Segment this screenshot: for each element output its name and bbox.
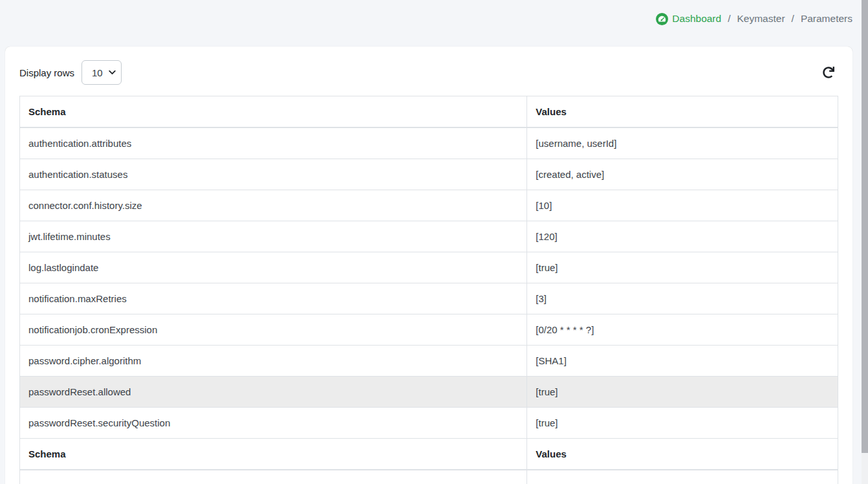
table-row[interactable]: passwordReset.allowed[true]: [20, 377, 838, 408]
schema-cell: password.cipher.algorithm: [20, 346, 527, 377]
table-row[interactable]: notification.maxRetries[3]: [20, 283, 838, 314]
breadcrumb-label-dashboard: Dashboard: [672, 13, 721, 25]
table-row[interactable]: authentication.attributes[username, user…: [20, 127, 838, 159]
scrollbar-thumb[interactable]: [862, 0, 868, 453]
filler-cell: [527, 470, 838, 484]
values-cell: [10]: [527, 190, 838, 221]
table-header-row: Schema Values: [20, 96, 838, 128]
schema-cell: authentication.statuses: [20, 159, 527, 190]
schema-cell: jwt.lifetime.minutes: [20, 221, 527, 252]
breadcrumb-item-dashboard[interactable]: Dashboard: [656, 13, 721, 25]
table-row[interactable]: log.lastlogindate[true]: [20, 252, 838, 283]
table-filler-row: [20, 470, 838, 484]
table-row[interactable]: password.cipher.algorithm[SHA1]: [20, 346, 838, 377]
breadcrumb: Dashboard / Keymaster / Parameters: [656, 13, 852, 25]
vertical-scrollbar[interactable]: [862, 0, 868, 484]
breadcrumb-separator: /: [728, 13, 730, 25]
schema-cell: log.lastlogindate: [20, 252, 527, 283]
schema-cell: notification.maxRetries: [20, 283, 527, 314]
display-rows-label: Display rows: [19, 67, 74, 78]
values-cell: [true]: [527, 408, 838, 439]
refresh-button[interactable]: [821, 65, 836, 80]
table-row[interactable]: notificationjob.cronExpression[0/20 * * …: [20, 314, 838, 346]
schema-cell: connector.conf.history.size: [20, 190, 527, 221]
schema-cell: notificationjob.cronExpression: [20, 314, 527, 346]
display-rows-select[interactable]: 10: [81, 60, 122, 85]
column-header-values: Values: [527, 96, 838, 128]
breadcrumb-separator: /: [792, 13, 794, 25]
breadcrumb-item-parameters: Parameters: [801, 13, 852, 25]
parameters-table: Schema Values authentication.attributes[…: [19, 96, 838, 484]
top-bar: Dashboard / Keymaster / Parameters: [0, 0, 862, 38]
values-cell: [120]: [527, 221, 838, 252]
table-row[interactable]: authentication.statuses[created, active]: [20, 159, 838, 190]
column-header-schema: Schema: [20, 96, 527, 128]
values-cell: [username, userId]: [527, 127, 838, 159]
table-row[interactable]: connector.conf.history.size[10]: [20, 190, 838, 221]
table-controls: Display rows 10: [19, 60, 838, 85]
footer-column-header-schema: Schema: [20, 439, 527, 470]
values-cell: [true]: [527, 252, 838, 283]
table-footer-header-row: Schema Values: [20, 439, 838, 470]
table-row[interactable]: passwordReset.securityQuestion[true]: [20, 408, 838, 439]
table-row[interactable]: jwt.lifetime.minutes[120]: [20, 221, 838, 252]
footer-column-header-values: Values: [527, 439, 838, 470]
values-cell: [created, active]: [527, 159, 838, 190]
values-cell: [SHA1]: [527, 346, 838, 377]
values-cell: [0/20 * * * * ?]: [527, 314, 838, 346]
schema-cell: authentication.attributes: [20, 127, 527, 159]
filler-cell: [20, 470, 527, 484]
display-rows-select-wrap: 10: [81, 60, 122, 85]
schema-cell: passwordReset.allowed: [20, 377, 527, 408]
breadcrumb-item-keymaster[interactable]: Keymaster: [737, 13, 785, 25]
parameters-panel: Display rows 10 Schema Valu: [5, 47, 852, 484]
dashboard-icon: [656, 13, 668, 25]
values-cell: [3]: [527, 283, 838, 314]
schema-cell: passwordReset.securityQuestion: [20, 408, 527, 439]
refresh-icon: [823, 67, 834, 78]
values-cell: [true]: [527, 377, 838, 408]
